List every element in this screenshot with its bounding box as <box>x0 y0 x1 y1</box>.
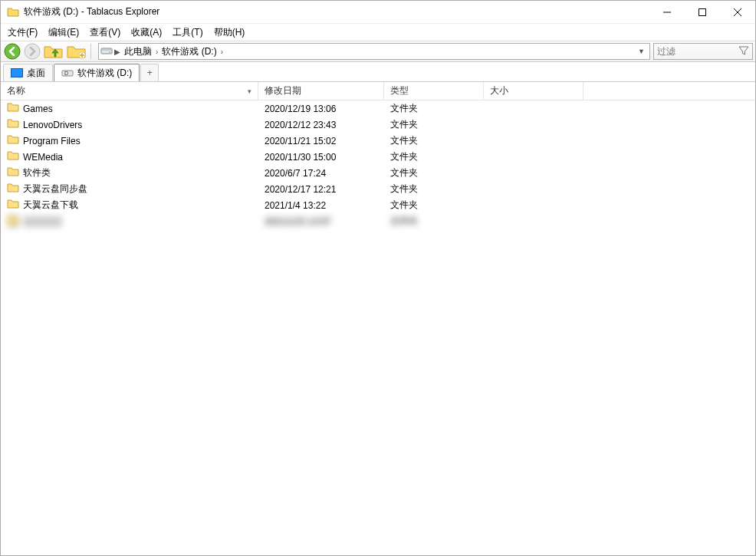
column-name-label: 名称 <box>7 84 25 97</box>
folder-icon <box>7 183 19 196</box>
tab-desktop[interactable]: 桌面 <box>3 64 53 81</box>
column-size-label: 大小 <box>490 84 508 97</box>
tab-strip: 桌面 D 软件游戏 (D:) + <box>1 62 755 82</box>
column-type[interactable]: 类型 <box>384 82 484 100</box>
toolbar-separator <box>90 44 95 59</box>
sort-indicator-icon: ▾ <box>248 87 251 95</box>
plus-icon: + <box>147 67 153 78</box>
titlebar: 软件游戏 (D:) - Tablacus Explorer <box>1 1 755 24</box>
cell-date: 2020/11/21 15:02 <box>258 136 384 146</box>
column-header: 名称 ▾ 修改日期 类型 大小 <box>1 82 755 100</box>
file-name: ██████ <box>23 216 62 227</box>
tab-drive-d[interactable]: D 软件游戏 (D:) <box>54 64 140 81</box>
cell-type: 文件夹 <box>384 118 484 131</box>
chevron-right-icon[interactable]: › <box>219 48 225 56</box>
menu-view[interactable]: 查看(V) <box>84 25 126 41</box>
drive-icon <box>100 44 113 59</box>
column-date[interactable]: 修改日期 <box>258 82 384 100</box>
cell-type: 文件夹 <box>384 199 484 212</box>
file-name: 软件类 <box>23 166 51 179</box>
new-tab-button[interactable]: + <box>140 64 159 81</box>
column-size[interactable]: 大小 <box>484 82 583 100</box>
cell-date: 2020/12/19 13:06 <box>258 104 384 114</box>
svg-rect-8 <box>102 49 111 51</box>
minimize-button[interactable] <box>649 1 685 24</box>
up-button[interactable] <box>43 42 64 61</box>
table-row[interactable]: WEMedia2020/11/30 15:00文件夹 <box>1 149 755 165</box>
cell-name: Program Files <box>1 134 258 147</box>
desktop-icon <box>11 67 23 78</box>
folder-icon <box>7 102 19 115</box>
cell-name: Games <box>1 102 258 115</box>
cell-type: 文件夹 <box>384 102 484 115</box>
menu-tools[interactable]: 工具(T) <box>167 25 208 41</box>
table-row[interactable]: Games2020/12/19 13:06文件夹 <box>1 100 755 117</box>
cell-type: 文件夹 <box>384 134 484 147</box>
cell-type: 文件夹 <box>384 183 484 196</box>
table-row[interactable]: 软件类2020/6/7 17:24文件夹 <box>1 165 755 181</box>
filter-input[interactable]: 过滤 <box>653 43 753 60</box>
menu-favorites[interactable]: 收藏(A) <box>126 25 167 41</box>
chevron-right-icon[interactable]: › <box>154 48 159 56</box>
menu-help[interactable]: 帮助(H) <box>209 25 251 41</box>
cell-name: 天翼云盘下载 <box>1 199 258 212</box>
cell-name: LenovoDrivers <box>1 118 258 131</box>
chevron-right-icon[interactable]: ▶ <box>113 48 122 56</box>
back-button[interactable] <box>3 42 21 61</box>
file-name: Games <box>23 104 53 114</box>
folder-icon <box>7 166 19 179</box>
folder-icon <box>7 118 19 131</box>
funnel-icon[interactable] <box>738 45 749 58</box>
file-name: 天翼云盘同步盘 <box>23 183 87 196</box>
filter-placeholder: 过滤 <box>657 45 675 58</box>
svg-point-5 <box>25 44 40 59</box>
table-row[interactable]: ██████2021/1/23 13:57文件夹 <box>1 213 755 229</box>
cell-date: 2020/12/12 23:43 <box>258 120 384 130</box>
folder-icon <box>7 6 19 18</box>
forward-button[interactable] <box>23 42 41 61</box>
tab-label: 桌面 <box>27 67 45 80</box>
svg-rect-1 <box>699 8 706 15</box>
cell-type: 文件夹 <box>384 166 484 179</box>
breadcrumb-root[interactable]: 此电脑 <box>122 45 154 58</box>
file-name: WEMedia <box>23 152 63 163</box>
cell-type: 文件夹 <box>384 150 484 163</box>
svg-point-9 <box>109 51 110 53</box>
folder-icon <box>7 199 19 212</box>
cell-date: 2020/12/17 12:21 <box>258 184 384 195</box>
address-dropdown-icon[interactable]: ▼ <box>635 48 648 55</box>
cell-date: 2020/11/30 15:00 <box>258 152 384 163</box>
menu-edit[interactable]: 编辑(E) <box>43 25 84 41</box>
folder-icon <box>7 215 19 228</box>
maximize-button[interactable] <box>685 1 720 24</box>
cell-type: 文件夹 <box>384 215 484 228</box>
drive-icon: D <box>61 67 74 78</box>
table-row[interactable]: Program Files2020/11/21 15:02文件夹 <box>1 133 755 149</box>
cell-date: 2021/1/23 13:57 <box>258 216 384 227</box>
cell-name: ██████ <box>1 215 258 228</box>
file-name: Program Files <box>23 136 81 146</box>
file-name: 天翼云盘下载 <box>23 199 78 212</box>
table-row[interactable]: 天翼云盘同步盘2020/12/17 12:21文件夹 <box>1 181 755 197</box>
folder-icon <box>7 134 19 147</box>
new-folder-button[interactable] <box>66 42 87 61</box>
cell-date: 2021/1/4 13:22 <box>258 200 384 211</box>
close-button[interactable] <box>720 1 755 24</box>
window-title: 软件游戏 (D:) - Tablacus Explorer <box>24 5 159 18</box>
menu-file[interactable]: 文件(F) <box>2 25 43 41</box>
cell-name: WEMedia <box>1 150 258 163</box>
menubar: 文件(F) 编辑(E) 查看(V) 收藏(A) 工具(T) 帮助(H) <box>1 24 755 41</box>
svg-text:D: D <box>64 71 68 76</box>
table-row[interactable]: LenovoDrivers2020/12/12 23:43文件夹 <box>1 117 755 133</box>
column-date-label: 修改日期 <box>265 84 301 97</box>
breadcrumb-drive[interactable]: 软件游戏 (D:) <box>159 45 219 58</box>
table-row[interactable]: 天翼云盘下载2021/1/4 13:22文件夹 <box>1 197 755 213</box>
cell-name: 软件类 <box>1 166 258 179</box>
cell-name: 天翼云盘同步盘 <box>1 183 258 196</box>
column-name[interactable]: 名称 ▾ <box>1 82 258 100</box>
tab-label: 软件游戏 (D:) <box>77 67 132 80</box>
file-name: LenovoDrivers <box>23 120 82 130</box>
folder-icon <box>7 150 19 163</box>
address-bar[interactable]: ▶ 此电脑 › 软件游戏 (D:) › ▼ <box>98 43 650 60</box>
file-list[interactable]: Games2020/12/19 13:06文件夹LenovoDrivers202… <box>1 100 755 555</box>
